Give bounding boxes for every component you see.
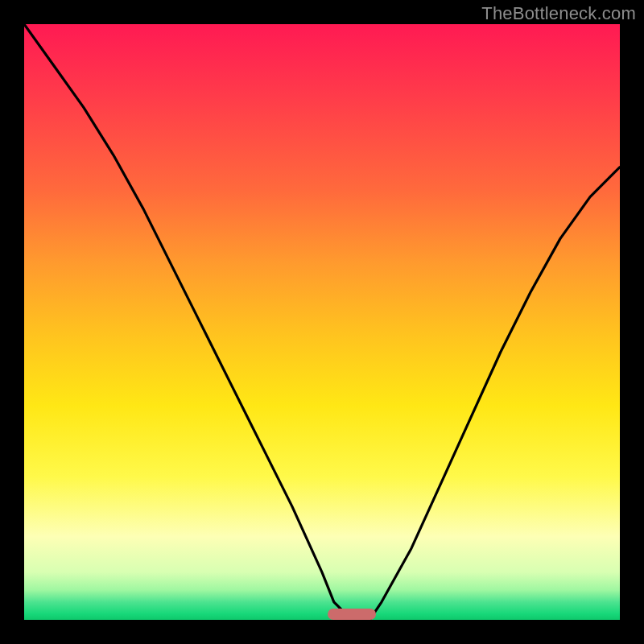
plot-area xyxy=(24,24,620,620)
minimum-marker xyxy=(328,609,375,620)
bottleneck-curve xyxy=(24,24,620,620)
chart-frame: TheBottleneck.com xyxy=(0,0,644,644)
watermark-text: TheBottleneck.com xyxy=(481,3,636,24)
